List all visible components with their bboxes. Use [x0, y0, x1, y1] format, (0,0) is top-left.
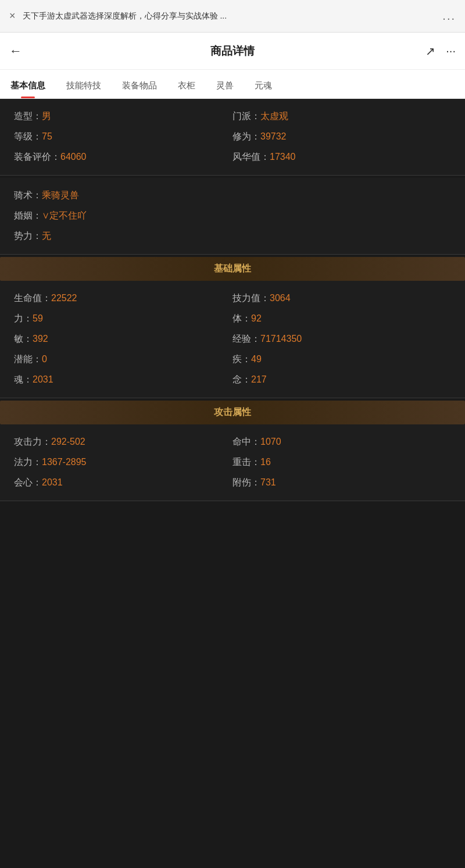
magic-cell: 法力：1367-2895 — [14, 456, 233, 469]
cultivation-label: 修为： — [233, 131, 260, 141]
charm-label: 风华值： — [233, 152, 270, 162]
atk-value: 292-502 — [51, 437, 85, 446]
speed-value: 49 — [251, 354, 262, 364]
faction-value: 太虚观 — [260, 111, 288, 121]
mind-label: 念： — [233, 374, 251, 384]
hit-value: 1070 — [260, 437, 281, 446]
hit-cell: 命中：1070 — [233, 436, 451, 448]
combo-value: 2031 — [42, 477, 63, 487]
potential-cell: 潜能：0 — [14, 353, 233, 366]
magic-crit-row: 法力：1367-2895 重击：16 — [14, 456, 451, 469]
hit-label: 命中： — [233, 437, 260, 446]
combo-bonus-row: 会心：2031 附伤：731 — [14, 477, 451, 489]
hp-value: 22522 — [51, 293, 77, 303]
agi-value: 392 — [33, 334, 48, 344]
content-area: 造型：男 门派：太虚观 等级：75 修为：39732 装备评价：64060 风华… — [0, 99, 465, 868]
appearance-cell: 造型：男 — [14, 110, 233, 123]
sp-label: 技力值： — [233, 293, 270, 303]
browser-title: 天下手游太虚武器选择深度解析，心得分享与实战体验 ... — [23, 11, 436, 22]
app-header: ← 商品详情 ↗ ··· — [0, 33, 465, 70]
str-vit-row: 力：59 体：92 — [14, 313, 451, 325]
str-cell: 力：59 — [14, 313, 233, 325]
share-button[interactable]: ↗ — [425, 44, 435, 58]
sp-cell: 技力值：3064 — [233, 292, 451, 305]
faction-cell: 门派：太虚观 — [233, 110, 451, 123]
charm-value: 17340 — [270, 152, 296, 162]
marriage-cell: 婚姻：∨定不住吖 — [14, 210, 451, 222]
marriage-value: ∨定不住吖 — [42, 210, 87, 220]
riding-label: 骑术： — [14, 190, 42, 200]
faction-power-cell: 势力：无 — [14, 230, 451, 242]
faction-power-value: 无 — [42, 231, 51, 241]
bonus-label: 附伤： — [233, 477, 260, 487]
crit-label: 重击： — [233, 457, 260, 467]
str-value: 59 — [33, 313, 43, 323]
speed-cell: 疾：49 — [233, 353, 451, 366]
atk-label: 攻击力： — [14, 437, 51, 446]
riding-row: 骑术：乘骑灵兽 — [14, 190, 451, 202]
tab-equipment[interactable]: 装备物品 — [112, 80, 167, 98]
agi-exp-row: 敏：392 经验：71714350 — [14, 333, 451, 345]
equip-rating-value: 64060 — [60, 152, 87, 162]
soul-mind-row: 魂：2031 念：217 — [14, 374, 451, 386]
vit-value: 92 — [251, 313, 262, 323]
browser-close-button[interactable]: × — [9, 10, 16, 22]
browser-more-button[interactable]: ... — [442, 9, 456, 23]
charm-cell: 风华值：17340 — [233, 151, 451, 163]
potential-speed-row: 潜能：0 疾：49 — [14, 353, 451, 366]
exp-value: 71714350 — [260, 334, 302, 344]
potential-value: 0 — [42, 354, 47, 364]
agi-label: 敏： — [14, 334, 33, 344]
tab-wardrobe[interactable]: 衣柜 — [167, 80, 206, 98]
back-button[interactable]: ← — [9, 44, 33, 59]
appearance-value: 男 — [42, 111, 51, 121]
crit-cell: 重击：16 — [233, 456, 451, 469]
level-label: 等级： — [14, 131, 42, 141]
faction-power-row: 势力：无 — [14, 230, 451, 242]
base-attrs-header: 基础属性 — [0, 257, 465, 281]
tab-soul[interactable]: 元魂 — [244, 80, 282, 98]
vit-label: 体： — [233, 313, 251, 323]
info-row-appearance: 造型：男 门派：太虚观 — [14, 110, 451, 123]
tab-basic-info[interactable]: 基本信息 — [0, 80, 56, 98]
riding-cell: 骑术：乘骑灵兽 — [14, 190, 451, 202]
cultivation-cell: 修为：39732 — [233, 131, 451, 143]
atk-hit-row: 攻击力：292-502 命中：1070 — [14, 436, 451, 448]
equip-rating-label: 装备评价： — [14, 152, 60, 162]
potential-label: 潜能： — [14, 354, 42, 364]
attack-attrs-header: 攻击属性 — [0, 401, 465, 424]
exp-cell: 经验：71714350 — [233, 333, 451, 345]
cultivation-value: 39732 — [260, 131, 287, 141]
magic-value: 1367-2895 — [42, 457, 87, 467]
bonus-cell: 附伤：731 — [233, 477, 451, 489]
faction-label: 门派： — [233, 111, 260, 121]
hp-sp-row: 生命值：22522 技力值：3064 — [14, 292, 451, 305]
riding-value: 乘骑灵兽 — [42, 190, 79, 200]
tab-bar: 基本信息 技能特技 装备物品 衣柜 灵兽 元魂 — [0, 70, 465, 99]
faction-power-label: 势力： — [14, 231, 42, 241]
mind-value: 217 — [251, 374, 267, 384]
appearance-label: 造型： — [14, 111, 42, 121]
more-button[interactable]: ··· — [446, 44, 456, 58]
agi-cell: 敏：392 — [14, 333, 233, 345]
social-info-section: 骑术：乘骑灵兽 婚姻：∨定不住吖 势力：无 — [0, 178, 465, 255]
hp-label: 生命值： — [14, 293, 51, 303]
soul-label: 魂： — [14, 374, 33, 384]
marriage-label: 婚姻： — [14, 210, 42, 220]
info-row-level: 等级：75 修为：39732 — [14, 131, 451, 143]
combo-cell: 会心：2031 — [14, 477, 233, 489]
str-label: 力： — [14, 313, 33, 323]
level-cell: 等级：75 — [14, 131, 233, 143]
level-value: 75 — [42, 131, 52, 141]
atk-cell: 攻击力：292-502 — [14, 436, 233, 448]
browser-bar: × 天下手游太虚武器选择深度解析，心得分享与实战体验 ... ... — [0, 0, 465, 33]
header-right-actions: ↗ ··· — [425, 44, 456, 58]
marriage-row: 婚姻：∨定不住吖 — [14, 210, 451, 222]
base-attrs-section: 生命值：22522 技力值：3064 力：59 体：92 敏：392 经验：71… — [0, 281, 465, 398]
tab-skills[interactable]: 技能特技 — [56, 80, 112, 98]
tab-pet[interactable]: 灵兽 — [206, 80, 244, 98]
page-title: 商品详情 — [210, 44, 255, 59]
attack-attrs-section: 攻击力：292-502 命中：1070 法力：1367-2895 重击：16 会… — [0, 424, 465, 501]
basic-info-section: 造型：男 门派：太虚观 等级：75 修为：39732 装备评价：64060 风华… — [0, 99, 465, 176]
crit-value: 16 — [260, 457, 271, 467]
